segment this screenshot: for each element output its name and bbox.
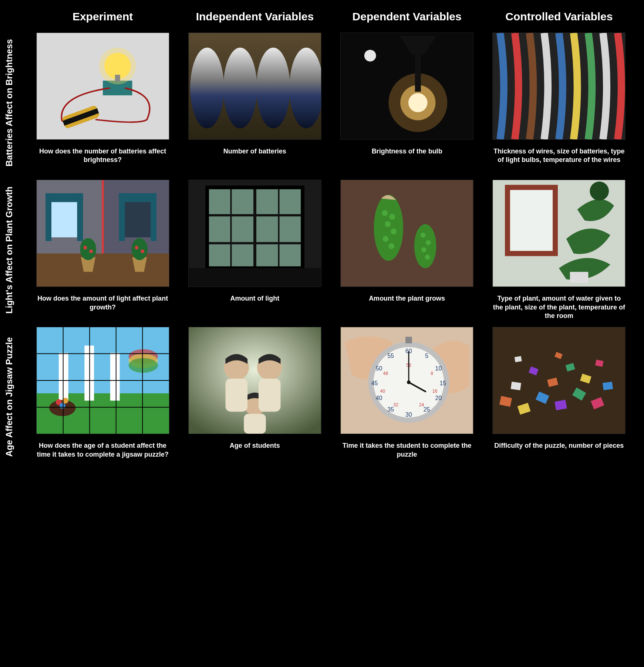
col-header-experiment: Experiment bbox=[33, 7, 173, 26]
svg-text:15: 15 bbox=[440, 380, 446, 386]
caption: How does the number of batteries affect … bbox=[36, 147, 169, 165]
svg-text:5: 5 bbox=[425, 353, 428, 359]
image-window bbox=[188, 180, 321, 287]
svg-text:40: 40 bbox=[380, 389, 385, 394]
row-header-jigsaw: Age Affect on Jigsaw Puzzle bbox=[0, 327, 21, 467]
image-wires bbox=[492, 33, 626, 140]
caption: Number of batteries bbox=[223, 147, 286, 156]
row-header-batteries: Batteries Affect on Brightness bbox=[0, 33, 21, 173]
svg-point-52 bbox=[389, 214, 395, 220]
cell-batteries-experiment: How does the number of batteries affect … bbox=[33, 33, 173, 173]
svg-point-56 bbox=[388, 243, 394, 249]
svg-rect-25 bbox=[45, 193, 51, 241]
svg-point-17 bbox=[364, 50, 376, 62]
svg-point-38 bbox=[141, 250, 144, 253]
svg-point-50 bbox=[414, 224, 436, 268]
svg-text:24: 24 bbox=[419, 403, 424, 408]
svg-point-65 bbox=[590, 182, 609, 201]
cell-plant-independent: Amount of light bbox=[185, 180, 325, 320]
caption: How does the amount of light affect plan… bbox=[36, 294, 169, 312]
svg-point-75 bbox=[59, 403, 65, 409]
svg-text:45: 45 bbox=[371, 380, 378, 386]
caption: Amount of light bbox=[230, 294, 279, 303]
svg-rect-116 bbox=[493, 327, 626, 434]
image-puzzle bbox=[36, 327, 169, 434]
svg-rect-64 bbox=[570, 272, 589, 283]
caption: Age of students bbox=[230, 441, 280, 450]
svg-point-33 bbox=[83, 246, 87, 250]
svg-rect-87 bbox=[225, 379, 247, 412]
svg-point-15 bbox=[408, 93, 428, 112]
caption: Brightness of the bulb bbox=[372, 147, 442, 156]
caption: Thickness of wires, size of batteries, t… bbox=[492, 147, 626, 165]
svg-point-60 bbox=[425, 255, 430, 260]
svg-rect-120 bbox=[555, 400, 567, 411]
svg-rect-123 bbox=[511, 382, 521, 390]
caption: Difficulty of the puzzle, number of piec… bbox=[494, 441, 624, 450]
svg-point-54 bbox=[391, 228, 397, 234]
svg-point-32 bbox=[80, 238, 96, 260]
svg-text:48: 48 bbox=[383, 371, 388, 376]
svg-text:8: 8 bbox=[431, 371, 433, 376]
svg-point-55 bbox=[383, 236, 389, 242]
svg-rect-16 bbox=[415, 55, 421, 92]
cell-jigsaw-independent: Age of students bbox=[185, 327, 325, 467]
row-header-plant: Light's Affect on Plant Growth bbox=[0, 180, 21, 320]
caption: How does the age of a student affect the… bbox=[36, 441, 169, 459]
svg-rect-48 bbox=[341, 180, 473, 287]
svg-point-36 bbox=[131, 238, 148, 260]
svg-rect-62 bbox=[508, 187, 555, 254]
cell-plant-dependent: Amount the plant grows bbox=[337, 180, 477, 320]
caption: Amount the plant grows bbox=[369, 294, 445, 303]
cell-batteries-controlled: Thickness of wires, size of batteries, t… bbox=[489, 33, 629, 173]
svg-rect-27 bbox=[121, 197, 154, 237]
svg-text:50: 50 bbox=[376, 366, 382, 372]
cell-batteries-dependent: Brightness of the bulb bbox=[337, 33, 477, 173]
cell-jigsaw-controlled: Difficulty of the puzzle, number of piec… bbox=[489, 327, 629, 467]
corner-cell bbox=[0, 7, 21, 26]
svg-point-49 bbox=[374, 195, 403, 261]
svg-text:30: 30 bbox=[405, 412, 412, 418]
svg-text:25: 25 bbox=[424, 407, 430, 413]
cell-jigsaw-dependent: 60510 152025 303540 455055 81624 324048 … bbox=[337, 327, 477, 467]
svg-point-51 bbox=[382, 210, 388, 216]
svg-rect-71 bbox=[110, 353, 119, 401]
svg-point-34 bbox=[89, 250, 93, 253]
svg-point-10 bbox=[256, 48, 290, 128]
cell-plant-controlled: Type of plant, amount of water given to … bbox=[489, 180, 629, 320]
col-header-dependent: Dependent Variables bbox=[337, 7, 477, 26]
svg-rect-23 bbox=[48, 197, 81, 237]
image-children bbox=[188, 327, 321, 434]
image-plantgrow bbox=[340, 180, 473, 287]
cell-plant-experiment: How does the amount of light affect plan… bbox=[33, 180, 173, 320]
image-houseplants bbox=[492, 180, 626, 287]
svg-rect-126 bbox=[603, 382, 613, 390]
svg-rect-26 bbox=[77, 193, 83, 241]
image-plantrooms bbox=[36, 180, 169, 287]
svg-rect-89 bbox=[244, 414, 266, 434]
svg-point-57 bbox=[421, 233, 426, 238]
svg-text:40: 40 bbox=[376, 395, 382, 401]
svg-rect-29 bbox=[119, 193, 125, 241]
col-header-independent: Independent Variables bbox=[185, 7, 325, 26]
svg-rect-88 bbox=[259, 379, 281, 412]
svg-point-9 bbox=[223, 48, 257, 128]
svg-point-59 bbox=[421, 247, 426, 253]
svg-point-8 bbox=[190, 48, 224, 128]
caption: Type of plant, amount of water given to … bbox=[492, 294, 626, 320]
svg-text:20: 20 bbox=[435, 395, 442, 401]
svg-point-53 bbox=[385, 221, 391, 227]
svg-point-37 bbox=[135, 246, 138, 250]
image-stopwatch: 60510 152025 303540 455055 81624 324048 … bbox=[340, 327, 473, 434]
image-batteries bbox=[188, 33, 321, 140]
image-pieces bbox=[492, 327, 626, 434]
svg-rect-115 bbox=[405, 337, 412, 343]
svg-text:16: 16 bbox=[432, 389, 438, 394]
svg-text:32: 32 bbox=[394, 403, 399, 408]
caption: Time it takes the student to complete th… bbox=[340, 441, 473, 459]
svg-rect-30 bbox=[151, 193, 156, 241]
cell-jigsaw-experiment: How does the age of a student affect the… bbox=[33, 327, 173, 467]
svg-text:10: 10 bbox=[435, 366, 442, 372]
svg-rect-22 bbox=[37, 254, 169, 287]
svg-rect-47 bbox=[189, 268, 321, 287]
